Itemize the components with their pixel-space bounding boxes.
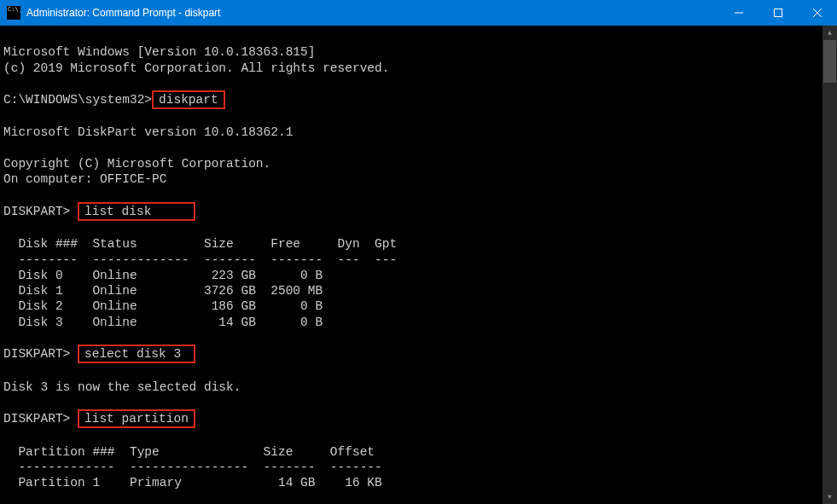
partition-header: Partition ### Type Size Offset	[3, 445, 375, 459]
prompt-select-disk: DISKPART> select disk 3	[3, 347, 195, 361]
diskpart-prompt: DISKPART>	[3, 205, 78, 218]
table-row: Disk 2 Online 186 GB 0 B	[3, 298, 837, 314]
scrollbar[interactable]: ▲ ▼	[822, 26, 837, 504]
diskpart-version: Microsoft DiskPart version 10.0.18362.1	[3, 125, 293, 139]
cmd-select-disk-highlight: select disk 3	[78, 345, 195, 363]
diskpart-copyright: Copyright (C) Microsoft Corporation.	[3, 157, 270, 171]
table-row: Partition 1 Primary 14 GB 16 KB	[3, 475, 837, 490]
minimize-button[interactable]	[719, 0, 759, 26]
window-controls	[719, 0, 837, 26]
scroll-thumb[interactable]	[823, 40, 836, 83]
initial-prompt: C:\WINDOWS\system32>	[3, 93, 152, 107]
blank-line	[3, 77, 11, 90]
blank-line	[3, 142, 11, 155]
cmd-list-disk-highlight: list disk	[78, 202, 195, 221]
window-title: Administrator: Command Prompt - diskpart	[25, 7, 719, 19]
blank-line	[3, 188, 11, 202]
close-button[interactable]	[798, 0, 837, 26]
prompt-list-disk: DISKPART> list disk	[3, 205, 195, 218]
disk-rows: Disk 0 Online 223 GB 0 B Disk 1 Online 3…	[3, 268, 837, 330]
cmd-list-partition-highlight: list partition	[78, 409, 195, 428]
scroll-up-arrow[interactable]: ▲	[822, 26, 837, 40]
version-line: Microsoft Windows [Version 10.0.18363.81…	[3, 45, 315, 59]
titlebar[interactable]: Administrator: Command Prompt - diskpart	[0, 0, 837, 26]
table-row: Disk 0 Online 223 GB 0 B	[3, 268, 837, 283]
table-row: Disk 1 Online 3726 GB 2500 MB	[3, 283, 837, 298]
prompt-list-partition: DISKPART> list partition	[3, 412, 195, 426]
maximize-button[interactable]	[759, 0, 798, 26]
blank-line	[3, 331, 11, 345]
blank-line	[3, 429, 11, 443]
cmd-icon	[7, 6, 20, 20]
partition-separator: ------------- ---------------- ------- -…	[3, 461, 382, 474]
partition-rows: Partition 1 Primary 14 GB 16 KB	[3, 475, 837, 490]
disk-header: Disk ### Status Size Free Dyn Gpt	[3, 237, 397, 251]
cmd-diskpart-highlight: diskpart	[152, 90, 225, 109]
diskpart-prompt: DISKPART>	[3, 347, 78, 361]
prompt-line: C:\WINDOWS\system32>diskpart	[3, 93, 225, 107]
blank-line	[3, 491, 11, 504]
copyright-line: (c) 2019 Microsoft Corporation. All righ…	[3, 61, 389, 75]
blank-line	[3, 364, 11, 378]
table-row: Disk 3 Online 14 GB 0 B	[3, 315, 837, 330]
terminal-output[interactable]: Microsoft Windows [Version 10.0.18363.81…	[0, 26, 837, 504]
blank-line	[3, 110, 11, 124]
scroll-down-arrow[interactable]: ▼	[822, 490, 837, 504]
blank-line	[3, 396, 11, 409]
select-disk-result: Disk 3 is now the selected disk.	[3, 380, 241, 394]
blank-line	[3, 222, 11, 235]
svg-rect-1	[775, 9, 782, 17]
on-computer: On computer: OFFICE-PC	[3, 172, 166, 186]
disk-separator: -------- ------------- ------- ------- -…	[3, 253, 397, 267]
diskpart-prompt: DISKPART>	[3, 412, 78, 426]
